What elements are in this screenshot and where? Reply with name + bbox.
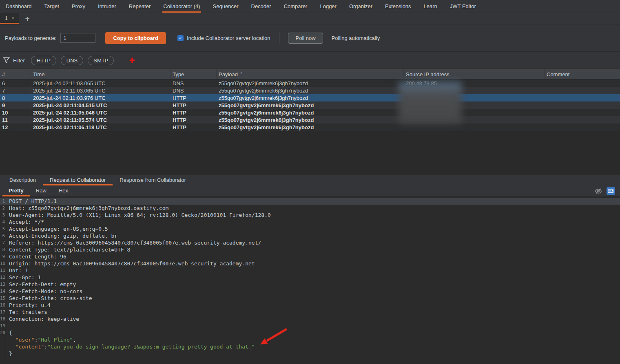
cell-time: 2025-jul.-24 02:11:03.065 UTC (31, 87, 170, 94)
cell-time: 2025-jul.-24 02:11:03.976 UTC (31, 94, 170, 101)
menu-item[interactable]: Dashboard (5, 0, 33, 13)
copy-to-clipboard-button[interactable]: Copy to clipboard (105, 32, 166, 44)
view-mode-tab[interactable]: Hex (53, 185, 74, 196)
menu-item[interactable]: Repeater (128, 0, 151, 13)
menu-item[interactable]: Proxy (71, 0, 86, 13)
column-header-time[interactable]: Time (31, 69, 170, 79)
line-number: 15 (0, 295, 6, 302)
cell-type: HTTP (170, 109, 217, 116)
filter-pills: HTTP DNS SMTP (27, 56, 114, 65)
table-header: # Time Type Payload ^ Source IP address … (0, 69, 620, 79)
menu-item[interactable]: Target (44, 0, 60, 13)
menu-item[interactable]: JWT Editor (449, 0, 477, 13)
cell-type: DNS (170, 87, 217, 94)
cell-number: 6 (0, 79, 31, 87)
column-header-number[interactable]: # (0, 69, 31, 79)
menu-item[interactable]: Organizer (348, 0, 373, 13)
cell-payload: z55qo07gvtgv2j6mmrek6j3gh7nybozd (217, 94, 404, 101)
line-code: Priority: u=4 (6, 302, 51, 309)
view-mode-tab-label: Hex (59, 188, 68, 194)
menu-item[interactable]: Comparer (283, 0, 308, 13)
plain-text: } (9, 351, 12, 357)
view-mode-tab[interactable]: Pretty (2, 185, 30, 196)
line-number: 14 (0, 288, 6, 295)
editor-line: 3 User-Agent: Mozilla/5.0 (X11; Linux x8… (0, 212, 620, 218)
plain-text: Host: z55qo07gvtgv2j6mmrek6j3gh7nybozd.o… (9, 205, 168, 211)
request-editor[interactable]: 1 POST / HTTP/1.1 2 Host: z55qo07gvtgv2j… (0, 197, 620, 363)
include-location-checkbox[interactable]: ✓ (177, 35, 184, 41)
column-header-type[interactable]: Type (170, 69, 217, 79)
detail-tab[interactable]: Request to Collaborator (43, 175, 113, 185)
filter-funnel-icon[interactable] (3, 57, 10, 64)
table-row[interactable]: 8 2025-jul.-24 02:11:03.976 UTC HTTP z55… (0, 94, 620, 101)
line-code: POST / HTTP/1.1 (6, 198, 57, 205)
editor-line: 5 Accept-Language: en-US,en;q=0.5 (0, 225, 620, 232)
filter-pill[interactable]: DNS (61, 56, 83, 65)
payloads-count-input[interactable] (60, 33, 95, 43)
editor-line: 4 Accept: */* (0, 218, 620, 225)
menu-item-label: Decoder (251, 3, 271, 9)
editor-line: 13 Sec-Fetch-Dest: empty (0, 281, 620, 288)
line-code: Content-Length: 96 (6, 253, 66, 260)
filter-pill-label: HTTP (37, 57, 51, 64)
filter-pill[interactable]: HTTP (31, 56, 56, 65)
cell-time: 2025-jul.-24 02:11:05.574 UTC (31, 116, 170, 124)
menu-item[interactable]: Extensions (384, 0, 412, 13)
line-number: 12 (0, 274, 6, 281)
plain-text: User-Agent: Mozilla/5.0 (X11; Linux x86_… (9, 212, 271, 218)
menu-item[interactable]: Learn (423, 0, 438, 13)
menu-item[interactable]: Logger (319, 0, 337, 13)
detail-tab[interactable]: Description (2, 175, 43, 185)
cell-time: 2025-jul.-24 02:11:06.118 UTC (31, 124, 170, 131)
request-lines: 1 POST / HTTP/1.1 2 Host: z55qo07gvtgv2j… (0, 198, 620, 357)
main-menu-bar: Dashboard Target Proxy Intruder Repeater… (0, 0, 620, 13)
plus-icon: + (25, 14, 29, 23)
cell-time: 2025-jul.-24 02:11:03.065 UTC (31, 79, 170, 87)
close-icon[interactable]: × (11, 15, 14, 20)
table-row[interactable]: 10 2025-jul.-24 02:11:05.046 UTC HTTP z5… (0, 109, 620, 116)
plain-text: Accept-Language: en-US,en;q=0.5 (9, 226, 108, 232)
search-settings-icon[interactable] (607, 187, 615, 195)
poll-now-button[interactable]: Poll now (288, 33, 323, 44)
view-mode-tab[interactable]: Raw (30, 185, 53, 196)
cell-payload: z55qo07gvtgv2j6mmrek6j3gh7nybozd (217, 87, 404, 94)
editor-line: 7 Referer: https://cms-0ac300960458407c8… (0, 239, 620, 246)
menu-item-label: Organizer (349, 3, 372, 9)
column-header-source-ip[interactable]: Source IP address (404, 69, 545, 79)
editor-line: 14 Sec-Fetch-Mode: no-cors (0, 288, 620, 295)
cell-number: 8 (0, 94, 31, 101)
menu-item-label: JWT Editor (450, 3, 476, 9)
redacted-source-ip-blur (399, 81, 462, 124)
table-row[interactable]: 6 2025-jul.-24 02:11:03.065 UTC DNS z55q… (0, 79, 620, 87)
column-header-comment[interactable]: Comment (545, 69, 620, 79)
cell-payload: z55qo07gvtgv2j6mmrek6j3gh7nybozd (217, 124, 404, 131)
cell-comment (545, 94, 620, 101)
table-row[interactable]: 9 2025-jul.-24 02:11:04.515 UTC HTTP z55… (0, 101, 620, 109)
menu-item[interactable]: Sequencer (212, 0, 239, 13)
cell-payload: z55qo07gvtgv2j6mmrek6j3gh7nybozd (217, 109, 404, 116)
line-code: Content-Type: text/plain;charset=UTF-8 (6, 246, 130, 253)
menu-item[interactable]: Decoder (250, 0, 272, 13)
cell-number: 9 (0, 101, 31, 109)
menu-item[interactable]: Intruder (97, 0, 117, 13)
filter-pill[interactable]: SMTP (88, 56, 114, 65)
hide-eye-icon[interactable] (594, 187, 602, 195)
table-row[interactable]: 7 2025-jul.-24 02:11:03.065 UTC DNS z55q… (0, 87, 620, 94)
menu-item-label: Target (44, 3, 59, 9)
gutter-divider (7, 197, 7, 363)
detail-tab[interactable]: Response from Collaborator (113, 175, 193, 185)
editor-line: 1 POST / HTTP/1.1 (0, 198, 620, 205)
editor-line: 6 Accept-Encoding: gzip, deflate, br (0, 232, 620, 239)
checkmark-icon: ✓ (179, 35, 182, 41)
cell-type: HTTP (170, 101, 217, 109)
plain-text: Connection: keep-alive (9, 316, 79, 322)
editor-line: 9 Content-Length: 96 (0, 253, 620, 260)
line-code: Sec-Fetch-Mode: no-cors (6, 288, 82, 295)
table-row[interactable]: 11 2025-jul.-24 02:11:05.574 UTC HTTP z5… (0, 116, 620, 124)
table-row[interactable]: 12 2025-jul.-24 02:11:06.118 UTC HTTP z5… (0, 124, 620, 131)
add-tab-button[interactable]: + (19, 13, 36, 24)
collaborator-tab-1[interactable]: 1 × (0, 13, 19, 24)
column-header-payload[interactable]: Payload ^ (217, 69, 404, 79)
line-number: 13 (0, 281, 6, 288)
menu-item[interactable]: Collaborator (4) (162, 0, 201, 13)
